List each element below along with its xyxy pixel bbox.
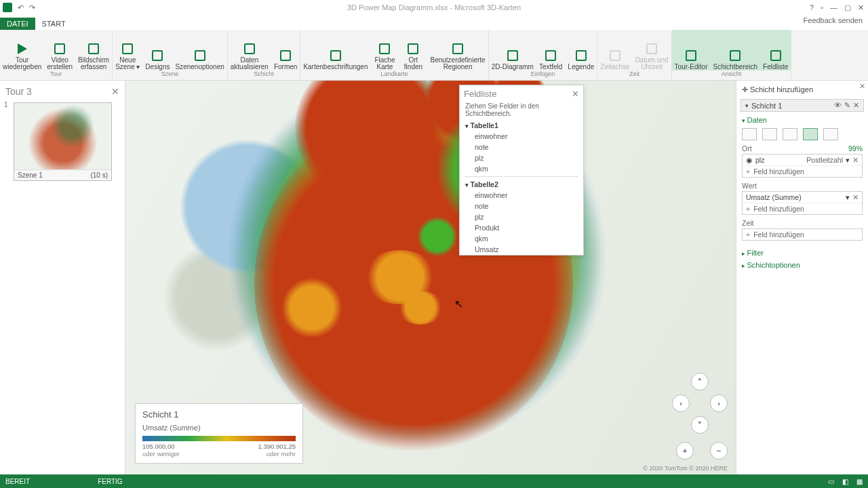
add-location-field[interactable]: Feld hinzufügen xyxy=(743,166,862,177)
ribbon-tabs: DATEI START Feedback senden xyxy=(0,15,868,30)
layer-header[interactable]: ▾ Schicht 1 👁 ✎ ✕ xyxy=(741,99,864,112)
date-time-button: Datum und Uhrzeit xyxy=(633,30,671,70)
redo-icon[interactable]: ↷ xyxy=(29,3,35,12)
add-time-field[interactable]: Feld hinzufügen xyxy=(743,229,862,240)
tab-start[interactable]: START xyxy=(35,18,73,30)
field-list-hint: Ziehen Sie Felder in den Schichtbereich. xyxy=(460,102,583,120)
map-legend[interactable]: Schicht 1 Umsatz (Summe) 105.000,001.390… xyxy=(135,403,303,464)
view1-icon[interactable]: ▭ xyxy=(828,478,834,485)
geocode-percent[interactable]: 99% xyxy=(848,144,863,152)
field-item[interactable]: note xyxy=(460,201,583,211)
layer-panel: ✕ Schicht hinzufügen ▾ Schicht 1 👁 ✎ ✕ D… xyxy=(736,81,868,474)
title-bar: ↶ ↷ 3D Power Map Diagramm.xlsx - Microso… xyxy=(0,0,868,15)
field-item[interactable]: plz xyxy=(460,211,583,222)
shapes-button[interactable]: Formen xyxy=(271,30,300,70)
remove-field-icon[interactable]: ✕ xyxy=(852,156,859,164)
view2-icon[interactable]: ◧ xyxy=(842,478,848,485)
feedback-link[interactable]: Feedback senden xyxy=(804,16,863,24)
custom-regions-button[interactable]: Benutzerdefinierte Regionen xyxy=(427,30,488,70)
map-labels-button[interactable]: Kartenbeschriftungen xyxy=(300,30,370,70)
time-well[interactable]: Feld hinzufügen xyxy=(742,228,863,241)
field-item[interactable]: einwohner xyxy=(460,190,583,201)
undo-icon[interactable]: ↶ xyxy=(18,3,24,12)
status-bereit: BEREIT xyxy=(5,478,30,485)
location-well[interactable]: ◉ plz Postleitzahl ▾ ✕ Feld hinzufügen xyxy=(742,154,863,178)
field-item[interactable]: plz xyxy=(460,152,583,163)
field-item[interactable]: note xyxy=(460,142,583,152)
scene-number: 1 xyxy=(4,101,8,108)
chevron-down-icon[interactable]: ▾ xyxy=(846,156,850,164)
map-canvas[interactable]: ↖ Schicht 1 Umsatz (Summe) 105.000,001.3… xyxy=(125,81,736,474)
remove-field-icon[interactable]: ✕ xyxy=(852,193,859,201)
zoom-in-button[interactable]: + xyxy=(676,442,694,460)
section-daten[interactable]: Daten xyxy=(742,116,863,124)
tab-datei[interactable]: DATEI xyxy=(0,18,35,30)
vis-stacked-column[interactable] xyxy=(742,128,757,140)
scene-options-button[interactable]: Szenenoptionen xyxy=(172,30,226,70)
vis-region[interactable] xyxy=(823,128,838,140)
tilt-up-button[interactable]: ˄ xyxy=(691,373,709,390)
close-icon[interactable]: ✕ xyxy=(858,3,864,12)
refresh-data-button[interactable]: Daten aktualisieren xyxy=(228,30,271,70)
close-field-list-icon[interactable]: ✕ xyxy=(572,89,579,99)
value-well[interactable]: Umsatz (Summe) ▾ ✕ Feld hinzufügen xyxy=(742,191,863,215)
field-item[interactable]: qkm xyxy=(460,163,583,174)
section-filter[interactable]: Filter xyxy=(742,249,863,257)
field-list-toggle[interactable]: Feldliste xyxy=(760,30,791,70)
minimize-icon[interactable]: — xyxy=(830,3,837,12)
app-icon xyxy=(3,3,12,12)
view3-icon[interactable]: ▦ xyxy=(856,478,863,485)
textbox-button[interactable]: Textfeld xyxy=(536,30,565,70)
capture-screen-button[interactable]: Bildschirm erfassen xyxy=(75,30,112,70)
add-value-field[interactable]: Feld hinzufügen xyxy=(743,203,862,214)
chevron-down-icon[interactable]: ▾ xyxy=(846,193,850,201)
map-attribution: © 2020 TomTom © 2020 HERE xyxy=(643,465,728,472)
flat-map-button[interactable]: Flache Karte xyxy=(370,30,399,70)
section-options[interactable]: Schichtoptionen xyxy=(742,261,863,269)
rotate-right-button[interactable]: › xyxy=(710,394,728,412)
add-layer-button[interactable]: Schicht hinzufügen xyxy=(741,83,864,96)
find-location-button[interactable]: Ort finden xyxy=(399,30,427,70)
tour-panel: Tour 3 ✕ 1 Szene 1 (10 s) xyxy=(0,81,125,474)
scene-thumbnail[interactable]: Szene 1 (10 s) xyxy=(14,102,112,181)
vis-heatmap[interactable] xyxy=(803,128,818,140)
table1-header[interactable]: Tabelle1 xyxy=(460,120,583,131)
table2-header[interactable]: Tabelle2 xyxy=(460,179,583,190)
rename-icon[interactable]: ✎ xyxy=(844,101,850,110)
delete-layer-icon[interactable]: ✕ xyxy=(853,101,859,110)
legend-title: Schicht 1 xyxy=(142,409,296,420)
new-scene-button[interactable]: Neue Szene ▾ xyxy=(113,30,142,70)
visibility-icon[interactable]: 👁 xyxy=(834,101,842,110)
window-title: 3D Power Map Diagramm.xlsx - Microsoft 3… xyxy=(0,3,868,12)
field-item[interactable]: einwohner xyxy=(460,131,583,142)
play-tour-button[interactable]: Tour wiedergeben xyxy=(0,30,44,70)
vis-bubble[interactable] xyxy=(783,128,797,140)
maximize-icon[interactable]: ▢ xyxy=(844,3,851,12)
field-item[interactable]: Produkt xyxy=(460,222,583,233)
status-fertig: FERTIG xyxy=(98,478,122,485)
status-bar: BEREIT FERTIG ▭ ◧ ▦ xyxy=(0,474,868,488)
2d-chart-button[interactable]: 2D-Diagramm xyxy=(489,30,536,70)
tour-editor-toggle[interactable]: Tour-Editor xyxy=(672,30,711,70)
help-icon[interactable]: ? xyxy=(810,3,814,12)
vis-clustered-column[interactable] xyxy=(762,128,777,140)
field-item[interactable]: qkm xyxy=(460,233,583,244)
create-video-button[interactable]: Video erstellen xyxy=(44,30,75,70)
cursor-icon: ↖ xyxy=(454,298,463,310)
field-item[interactable]: Umsatz xyxy=(460,244,583,255)
legend-button[interactable]: Legende xyxy=(565,30,597,70)
layer-pane-toggle[interactable]: Schichtbereich xyxy=(710,30,760,70)
timeline-button: Zeitachse xyxy=(597,30,632,70)
designs-button[interactable]: Designs xyxy=(142,30,172,70)
zoom-out-button[interactable]: − xyxy=(710,442,728,460)
field-list-title: Feldliste xyxy=(464,89,496,99)
chevron-down-icon: ▾ xyxy=(745,102,749,109)
close-layer-panel-icon[interactable]: ✕ xyxy=(859,82,865,91)
legend-gradient xyxy=(142,436,296,441)
rotate-left-button[interactable]: ‹ xyxy=(672,394,690,412)
ribbon-options-icon[interactable]: ▫ xyxy=(821,3,823,12)
tilt-down-button[interactable]: ˅ xyxy=(691,416,709,434)
ribbon: Tour wiedergeben Video erstellen Bildsch… xyxy=(0,30,868,81)
close-tour-panel-icon[interactable]: ✕ xyxy=(111,86,119,97)
field-list-panel[interactable]: Feldliste ✕ Ziehen Sie Felder in den Sch… xyxy=(459,85,584,256)
